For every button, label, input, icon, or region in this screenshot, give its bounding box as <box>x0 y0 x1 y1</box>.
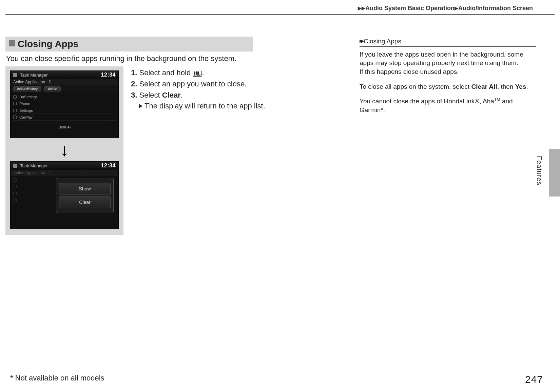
triangle-icon: ▶ <box>358 5 362 11</box>
header-rule <box>5 14 555 15</box>
breadcrumb: ▶▶Audio System Basic Operation▶Audio/Inf… <box>358 5 533 12</box>
sidebar-paragraph: You cannot close the apps of HondaLink®,… <box>360 97 536 115</box>
arrow-down-icon: ↓ <box>9 141 120 159</box>
screenshot-title: Task Manager <box>20 73 101 78</box>
step-3: 3. Select Clear. <box>131 90 265 101</box>
steps-list: 1. Select and hold HOME. 2. Select an ap… <box>131 66 265 235</box>
breadcrumb-item: Audio System Basic Operation <box>365 5 455 12</box>
section-tab-label: Features <box>535 156 543 185</box>
step-1: 1. Select and hold HOME. <box>131 68 265 78</box>
home-icon <box>13 164 17 168</box>
step-2: 2. Select an app you want to close. <box>131 79 265 89</box>
intro-text: You can close specific apps running in t… <box>6 54 351 63</box>
home-icon <box>13 73 17 77</box>
sidebar-paragraph: To close all apps on the system, select … <box>360 82 536 91</box>
screenshot-title: Task Manager <box>20 163 101 168</box>
clear-all-button: Clear All <box>27 123 101 129</box>
screenshots-column: Task Manager 12:34 Active Application : … <box>5 66 123 235</box>
double-triangle-icon <box>360 37 363 45</box>
show-button: Show <box>59 183 111 194</box>
triangle-icon <box>139 104 142 108</box>
home-button-icon: HOME <box>193 71 202 77</box>
page-number: 247 <box>525 374 543 385</box>
clock-readout: 12:34 <box>101 163 116 169</box>
list-item: DaSettings <box>13 94 116 100</box>
section-title: Closing Apps <box>5 37 253 51</box>
section-tab <box>549 149 560 197</box>
triangle-icon: ▶ <box>362 5 365 11</box>
sidebar-paragraph: If you leave the apps used open in the b… <box>360 50 536 67</box>
tab-active-history: Active/History <box>13 86 41 91</box>
screenshot-subtitle: Active Application : 2 <box>11 170 118 176</box>
step-3-result: The display will return to the app list. <box>131 101 265 111</box>
clock-readout: 12:34 <box>101 72 116 78</box>
sidebar-paragraph: If this happens close unused apps. <box>360 67 536 76</box>
list-item: CarPlay <box>13 114 116 121</box>
screenshot-task-manager-popup: Task Manager 12:34 Active Application : … <box>10 161 119 229</box>
clear-button: Clear <box>59 197 111 208</box>
list-item: Settings <box>13 107 116 114</box>
section-title-text: Closing Apps <box>18 39 78 49</box>
list-item: Phone <box>13 100 116 107</box>
sidebar-notes: Closing Apps If you leave the apps used … <box>360 37 536 121</box>
main-column: Closing Apps You can close specific apps… <box>5 37 351 235</box>
context-popup: Show Clear <box>56 178 114 213</box>
footnote: * Not available on all models <box>10 374 104 383</box>
sidebar-title: Closing Apps <box>360 37 536 47</box>
screenshot-subtitle: Active Application : 2 <box>11 79 118 85</box>
tab-active: Active <box>44 86 61 91</box>
breadcrumb-item: Audio/Information Screen <box>458 5 533 12</box>
steps-region: Task Manager 12:34 Active Application : … <box>5 66 351 235</box>
square-bullet-icon <box>9 40 15 46</box>
triangle-icon: ▶ <box>455 5 458 11</box>
screenshot-task-manager-list: Task Manager 12:34 Active Application : … <box>10 70 119 138</box>
